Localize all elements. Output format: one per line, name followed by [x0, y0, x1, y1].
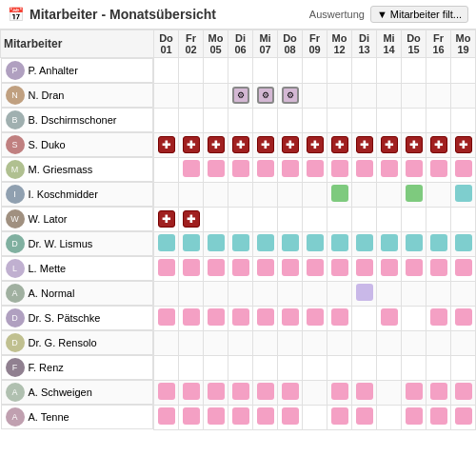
employee-name: S. Duko: [29, 139, 66, 150]
schedule-cell: [154, 330, 179, 355]
cell-block: ⚙: [232, 87, 249, 104]
schedule-cell: [426, 405, 451, 429]
schedule-cell: [352, 83, 377, 108]
cell-block: [183, 234, 200, 251]
auswertung-label: Auswertung: [309, 9, 365, 20]
schedule-cell: [402, 330, 426, 355]
schedule-cell: [377, 231, 402, 256]
avatar: A: [6, 383, 25, 402]
schedule-cell: ✚: [179, 132, 204, 157]
schedule-cell: [377, 108, 402, 132]
employee-name: F. Renz: [29, 362, 64, 373]
table-row: AA. Normal: [1, 281, 476, 306]
schedule-cell: [154, 157, 179, 182]
cell-block: [257, 383, 274, 400]
avatar: A: [6, 284, 25, 303]
cell-block: [455, 308, 472, 326]
filter-button[interactable]: ▼ Mitarbeiter filt...: [370, 6, 468, 23]
cell-block: [331, 160, 348, 177]
avatar: M: [6, 160, 25, 179]
avatar: B: [6, 110, 25, 129]
schedule-cell: [377, 207, 402, 231]
schedule-cell: [377, 330, 402, 355]
schedule-cell: [228, 207, 253, 231]
schedule-cell: [377, 380, 402, 405]
cell-block: ✚: [158, 210, 175, 228]
schedule-cell: [352, 207, 377, 231]
cell-block: ⚙: [257, 87, 274, 104]
cell-block: [331, 407, 348, 425]
cell-block: ✚: [158, 136, 175, 153]
cell-block: ✚: [183, 210, 200, 228]
schedule-cell: [278, 58, 303, 84]
cell-block: [331, 308, 348, 326]
page-title: Mitarbeiter - Monatsübersicht: [30, 7, 216, 22]
cell-block: [232, 383, 249, 400]
table-container: Mitarbeiter Do01 Fr02 Mo05 Di06 Mi07 Do0…: [0, 30, 476, 467]
cell-block: [406, 407, 423, 425]
schedule-cell: [204, 306, 228, 330]
cell-block: [208, 234, 225, 251]
table-row: NN. Dran⚙⚙⚙: [1, 83, 476, 108]
cell-block: [430, 407, 447, 425]
schedule-cell: [451, 182, 476, 207]
schedule-cell: [327, 281, 352, 306]
employee-name: Dr. G. Rensolo: [29, 337, 97, 348]
schedule-cell: [228, 281, 253, 306]
avatar: A: [6, 407, 25, 426]
table-row: AA. Tenne: [1, 405, 476, 429]
schedule-cell: ✚: [204, 132, 228, 157]
schedule-cell: [253, 58, 278, 84]
schedule-cell: [154, 380, 179, 405]
schedule-cell: [426, 281, 451, 306]
schedule-cell: [327, 330, 352, 355]
schedule-cell: [154, 83, 179, 108]
avatar: I: [6, 185, 25, 204]
cell-block: [183, 383, 200, 400]
schedule-cell: [402, 182, 426, 207]
schedule-cell: [154, 306, 179, 330]
schedule-cell: [377, 355, 402, 380]
employee-name-cell: FF. Renz: [1, 355, 154, 380]
table-row: SS. Duko✚✚✚✚✚✚✚✚✚✚✚✚✚: [1, 132, 476, 157]
cell-block: [232, 308, 249, 326]
cell-block: [208, 160, 225, 177]
schedule-cell: [179, 306, 204, 330]
schedule-cell: [154, 355, 179, 380]
schedule-cell: [451, 207, 476, 231]
schedule-cell: [352, 108, 377, 132]
schedule-cell: [426, 182, 451, 207]
schedule-cell: [204, 231, 228, 256]
employee-name: Dr. S. Pätschke: [29, 312, 101, 324]
avatar: F: [6, 358, 25, 377]
cell-block: [381, 160, 398, 177]
schedule-cell: [303, 58, 327, 84]
schedule-cell: [402, 306, 426, 330]
schedule-cell: [253, 256, 278, 281]
cell-block: [406, 185, 423, 202]
cell-block: [356, 160, 373, 177]
schedule-cell: ⚙: [253, 83, 278, 108]
col-header-mi07: Mi07: [253, 30, 278, 58]
table-row: DDr. W. Lismus: [1, 231, 476, 256]
schedule-cell: [426, 355, 451, 380]
cell-block: [430, 259, 447, 276]
schedule-cell: ✚: [426, 132, 451, 157]
employee-name-cell: II. Koschmidder: [1, 182, 154, 207]
filter-label: Mitarbeiter filt...: [390, 9, 462, 20]
schedule-cell: [278, 355, 303, 380]
cell-block: [381, 259, 398, 276]
schedule-cell: [253, 380, 278, 405]
table-row: AA. Schweigen: [1, 380, 476, 405]
cell-block: [232, 234, 249, 251]
employee-name: I. Koschmidder: [29, 188, 98, 200]
avatar: D: [6, 234, 25, 253]
schedule-cell: [179, 405, 204, 429]
schedule-cell: [451, 405, 476, 429]
cell-block: [455, 185, 472, 202]
schedule-cell: [451, 281, 476, 306]
schedule-cell: [402, 157, 426, 182]
schedule-cell: [402, 405, 426, 429]
schedule-cell: [426, 58, 451, 84]
col-header-fr16: Fr16: [426, 30, 451, 58]
